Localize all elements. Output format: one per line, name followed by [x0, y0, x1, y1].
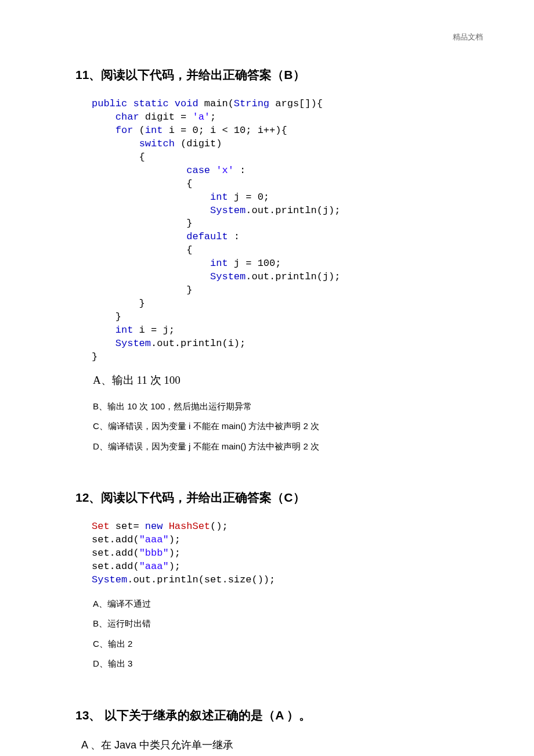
q12-option-c: C、输出 2 [93, 636, 493, 653]
q11-option-b: B、输出 10 次 100，然后抛出运行期异常 [93, 398, 493, 415]
q13-option-a: A 、在 Java 中类只允许单一继承 [81, 738, 493, 752]
question-11-code: public static void main(String args[]){ … [92, 98, 493, 364]
q11-option-c: C、编译错误，因为变量 i 不能在 main() 方法中被声明 2 次 [93, 418, 493, 435]
question-12-heading: 12、阅读以下代码，并给出正确答案（C） [75, 489, 493, 506]
q11-option-d: D、编译错误，因为变量 j 不能在 main() 方法中被声明 2 次 [93, 438, 493, 455]
question-13-heading: 13、 以下关于继承的叙述正确的是（A ）。 [75, 707, 493, 723]
q12-option-d: D、输出 3 [93, 656, 493, 672]
q11-option-a: A、输出 11 次 100 [93, 373, 493, 388]
header-label: 精品文档 [453, 32, 483, 42]
document-page: 11、阅读以下代码，并给出正确答案（B） public static void … [0, 0, 534, 756]
q12-option-b: B、运行时出错 [93, 615, 493, 632]
q12-option-a: A、编译不通过 [93, 596, 493, 613]
question-11-heading: 11、阅读以下代码，并给出正确答案（B） [75, 67, 493, 83]
question-12-code: Set set= new HashSet(); set.add("aaa"); … [92, 520, 493, 587]
